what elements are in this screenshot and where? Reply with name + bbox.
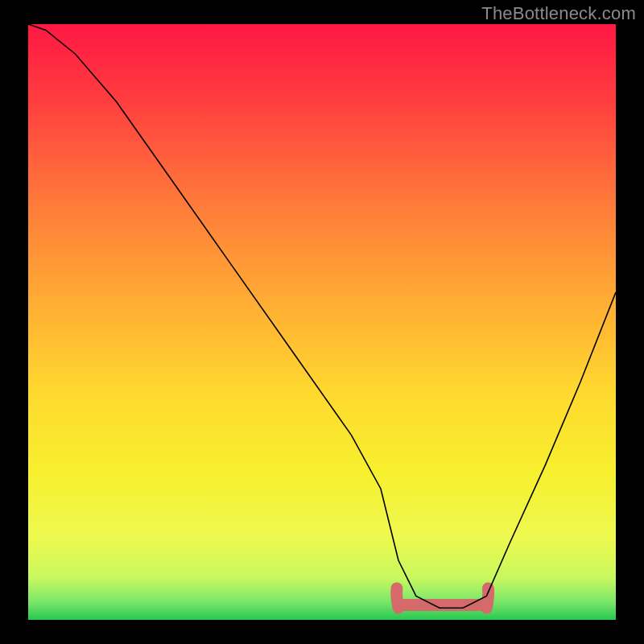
gradient-background (28, 24, 616, 620)
svg-rect-0 (398, 599, 487, 611)
chart-container: TheBottleneck.com (0, 0, 644, 644)
plot-area (28, 24, 616, 620)
watermark-text: TheBottleneck.com (481, 3, 636, 24)
chart-svg (28, 24, 616, 620)
